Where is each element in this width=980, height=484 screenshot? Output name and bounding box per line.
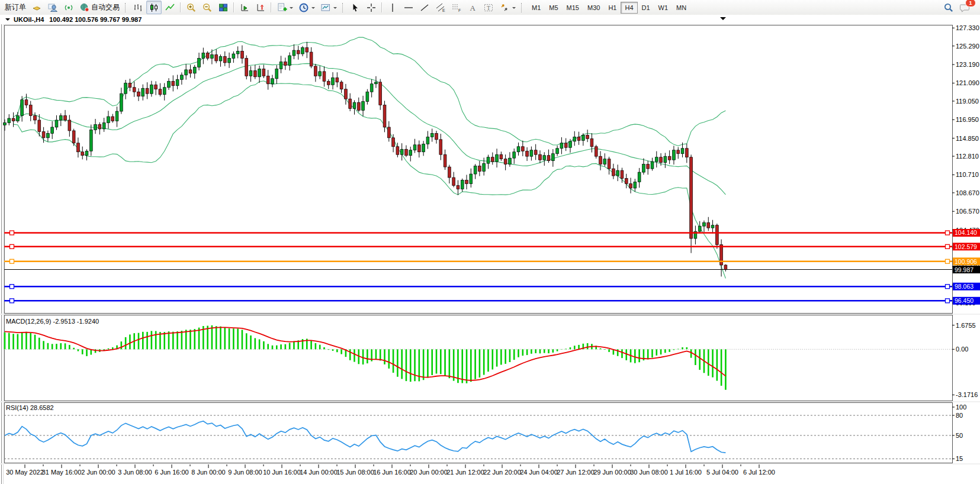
vertical-line-icon xyxy=(387,2,398,13)
line-handle[interactable] xyxy=(10,259,14,263)
crosshair-button[interactable] xyxy=(364,1,379,14)
timeframe-button-m15[interactable]: M15 xyxy=(563,2,583,14)
new-order-button[interactable]: 新订单 xyxy=(2,1,28,14)
auto-trading-button[interactable]: 自动交易 xyxy=(77,1,122,14)
line-handle[interactable] xyxy=(10,299,14,303)
pane-border xyxy=(5,315,953,401)
svg-text:102.579: 102.579 xyxy=(955,243,977,250)
timeframe-button-h4[interactable]: H4 xyxy=(621,2,637,14)
svg-text:T: T xyxy=(487,4,490,11)
line-handle[interactable] xyxy=(946,259,950,263)
periods-clock-button[interactable] xyxy=(296,1,317,14)
horizontal-line-button[interactable] xyxy=(401,1,416,14)
timeframe-button-m1[interactable]: M1 xyxy=(528,2,545,14)
line-handle[interactable] xyxy=(10,285,14,289)
line-handle[interactable] xyxy=(946,244,950,249)
text-label-icon: T xyxy=(483,2,494,13)
svg-text:98.063: 98.063 xyxy=(955,283,973,290)
text-button[interactable]: A xyxy=(465,1,480,14)
svg-text:14 Jun 00:00: 14 Jun 00:00 xyxy=(300,469,338,476)
svg-text:21 Jun 12:00: 21 Jun 12:00 xyxy=(446,469,484,476)
svg-text:A: A xyxy=(470,3,476,12)
cursor-icon xyxy=(350,2,361,13)
line-chart-button[interactable] xyxy=(162,1,178,14)
timeframe-button-m5[interactable]: M5 xyxy=(545,2,562,14)
line-handle[interactable] xyxy=(10,244,14,249)
timeframe-button-w1[interactable]: W1 xyxy=(654,2,673,14)
toolbar-grip xyxy=(342,3,345,12)
svg-text:0.00: 0.00 xyxy=(956,346,968,353)
timeframe-toolbar: M1M5M15M30H1H4D1W1MN xyxy=(528,2,690,14)
fibonacci-icon: F xyxy=(451,2,462,13)
price-line-label: 96.450 xyxy=(953,297,980,305)
line-handle[interactable] xyxy=(946,299,950,303)
line-chart-icon xyxy=(165,2,175,13)
trendline-button[interactable] xyxy=(417,1,432,14)
line-handle[interactable] xyxy=(946,231,950,235)
svg-text:30 Jun 08:00: 30 Jun 08:00 xyxy=(630,469,668,476)
chart-canvas[interactable]: 127.330125.290123.190121.090119.050116.9… xyxy=(0,24,980,484)
timeframe-button-d1[interactable]: D1 xyxy=(638,2,654,14)
add-indicator-button[interactable] xyxy=(274,1,295,14)
timeframe-button-mn[interactable]: MN xyxy=(672,2,690,14)
search-button[interactable] xyxy=(941,1,956,14)
toolbar-separator xyxy=(180,2,181,12)
crosshair-icon xyxy=(366,2,377,13)
rsi-indicator-label: RSI(14) 28.6582 xyxy=(6,404,54,411)
current-bar-marker-icon xyxy=(720,17,726,23)
zoom-in-button[interactable] xyxy=(184,1,199,14)
zoom-in-icon xyxy=(186,2,197,13)
svg-text:119.050: 119.050 xyxy=(956,98,979,105)
chart-symbol-period: UKOil-,H4 xyxy=(14,16,44,23)
line-handle[interactable] xyxy=(10,231,14,235)
svg-text:2 Jun 00:00: 2 Jun 00:00 xyxy=(81,469,115,476)
profile-button[interactable] xyxy=(45,1,60,14)
signal-button[interactable] xyxy=(61,1,76,14)
svg-text:24 Jun 04:00: 24 Jun 04:00 xyxy=(520,469,558,476)
auto-scroll-button[interactable] xyxy=(237,1,252,14)
chart-shift-button[interactable] xyxy=(253,1,268,14)
horizontal-line-icon xyxy=(403,2,414,13)
svg-text:123.190: 123.190 xyxy=(956,61,979,68)
time-axis: 30 May 202231 May 16:002 Jun 00:003 Jun … xyxy=(6,464,775,476)
tile-windows-icon xyxy=(218,2,229,13)
svg-text:108.670: 108.670 xyxy=(956,189,979,196)
svg-text:6 Jul 12:00: 6 Jul 12:00 xyxy=(743,469,775,476)
timeframe-button-m30[interactable]: M30 xyxy=(583,2,604,14)
cursor-button[interactable] xyxy=(348,1,363,14)
zoom-out-button[interactable] xyxy=(200,1,215,14)
auto-trading-label: 自动交易 xyxy=(91,2,120,12)
vertical-line-button[interactable] xyxy=(385,1,400,14)
text-label-button[interactable]: T xyxy=(481,1,496,14)
svg-text:100: 100 xyxy=(956,404,966,411)
toolbar-grip xyxy=(521,3,523,12)
bar-chart-button[interactable] xyxy=(130,1,146,14)
tile-windows-button[interactable] xyxy=(216,1,231,14)
timeframe-button-h1[interactable]: H1 xyxy=(604,2,621,14)
svg-text:116.950: 116.950 xyxy=(956,116,979,123)
svg-text:10 Jun 16:00: 10 Jun 16:00 xyxy=(263,469,301,476)
gold-button[interactable] xyxy=(29,1,44,14)
arrows-button[interactable] xyxy=(497,1,518,14)
candlestick-chart-button[interactable] xyxy=(146,1,162,14)
svg-text:1 Jul 16:00: 1 Jul 16:00 xyxy=(670,469,702,476)
toolbar-grip xyxy=(125,3,127,12)
templates-button[interactable] xyxy=(318,1,339,14)
svg-text:31 May 16:00: 31 May 16:00 xyxy=(42,469,82,476)
svg-text:F: F xyxy=(458,8,461,12)
svg-text:29 Jun 00:00: 29 Jun 00:00 xyxy=(593,469,631,476)
svg-text:16 Jun 16:00: 16 Jun 16:00 xyxy=(373,469,411,476)
chart-ohlc-values: 100.492 100.576 99.767 99.987 xyxy=(49,16,142,23)
equidistant-channel-button[interactable]: E xyxy=(433,1,448,14)
line-handle[interactable] xyxy=(946,285,950,289)
periods-clock-icon xyxy=(298,2,309,13)
chat-button[interactable]: 1 xyxy=(957,1,973,14)
svg-text:104.140: 104.140 xyxy=(955,229,977,236)
fibonacci-button[interactable]: F xyxy=(449,1,464,14)
svg-text:15 Jun 08:00: 15 Jun 08:00 xyxy=(336,469,374,476)
collapse-triangle-icon[interactable] xyxy=(5,18,10,23)
svg-text:1.6755: 1.6755 xyxy=(956,322,976,329)
mt4-terminal: 新订单 自动交易 xyxy=(0,0,980,484)
svg-text:-3.1716: -3.1716 xyxy=(956,391,978,398)
chart-title-bar[interactable]: UKOil-,H4 100.492 100.576 99.767 99.987 xyxy=(0,15,980,24)
